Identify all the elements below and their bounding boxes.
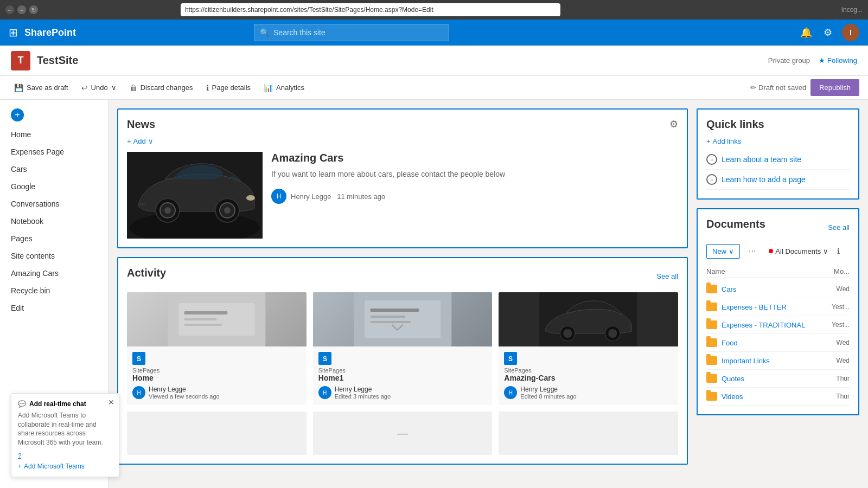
quicklink-label-1: Learn how to add a page (722, 175, 806, 184)
author-name: Henry Legge (291, 192, 331, 201)
undo-button[interactable]: ↩ Undo ∨ (76, 80, 122, 95)
browser-controls: ← → ↻ (5, 5, 38, 14)
activity-placeholder-2: — (313, 412, 493, 455)
topbar-right: 🔔 ⚙ I (799, 24, 859, 41)
quicklink-item-1[interactable]: ○ Learn how to add a page (706, 170, 850, 190)
filter-dot-icon (769, 249, 773, 253)
doc-date-cars: Wed (837, 285, 850, 293)
activity-section: Activity See all (117, 257, 688, 465)
activity-card-home1[interactable]: S SitePages Home1 H Henry Legge Edited 3… (313, 292, 493, 405)
doc-new-label: New (712, 247, 726, 255)
save-icon: 💾 (14, 84, 23, 92)
activity-author-home1: Henry Legge (335, 386, 391, 393)
teams-plus-icon: + (18, 463, 22, 470)
draft-status: ✏ Draft not saved (750, 84, 806, 92)
nav-item-notebook[interactable]: Notebook (0, 213, 108, 230)
activity-type-home: SitePages (132, 367, 301, 374)
activity-image-cars-svg (499, 292, 678, 346)
star-icon: ★ (819, 56, 825, 65)
documents-see-all[interactable]: See all (828, 223, 850, 232)
svg-rect-21 (370, 321, 411, 323)
browser-chrome: ← → ↻ https://citizenbuilders.sharepoint… (0, 0, 868, 20)
search-bar[interactable]: 🔍 Search this site (254, 24, 449, 41)
svg-rect-9 (138, 203, 146, 206)
activity-card-amazing-cars[interactable]: S SitePages Amazing-Cars H Henry Legge E… (499, 292, 678, 405)
activity-card-body-cars: S SitePages Amazing-Cars H Henry Legge E… (499, 346, 678, 405)
nav-item-site-contents[interactable]: Site contents (0, 247, 108, 265)
svg-text:S: S (137, 355, 141, 363)
add-teams-label: Add Microsoft Teams (24, 463, 85, 470)
doc-name-food: Food (722, 339, 832, 347)
doc-row-food[interactable]: Food Wed (706, 334, 850, 352)
user-avatar[interactable]: I (842, 24, 859, 41)
nav-item-pages[interactable]: Pages (0, 230, 108, 247)
doc-filter[interactable]: All Documents ∨ (764, 245, 833, 258)
discard-button[interactable]: 🗑 Discard changes (124, 80, 199, 95)
add-teams-button[interactable]: + Add Microsoft Teams (18, 463, 112, 470)
republish-button[interactable]: Republish (810, 79, 859, 96)
doc-info-icon[interactable]: ℹ (837, 247, 840, 255)
analytics-button[interactable]: 📊 Analytics (258, 80, 310, 95)
car-illustration (127, 152, 263, 239)
quicklinks-title: Quick links (706, 118, 850, 131)
svg-text:S: S (323, 355, 327, 363)
add-links-button[interactable]: + Add links (706, 137, 850, 145)
doc-filter-label: All Documents (775, 247, 821, 255)
waffle-icon[interactable]: ⊞ (9, 26, 18, 39)
quicklink-item-0[interactable]: ○ Learn about a team site (706, 150, 850, 170)
doc-more-button[interactable]: ··· (744, 243, 760, 259)
back-button[interactable]: ← (5, 5, 14, 14)
nav-item-edit[interactable]: Edit (0, 299, 108, 317)
doc-row-cars[interactable]: Cars Wed (706, 280, 850, 298)
save-draft-button[interactable]: 💾 Save as draft (9, 80, 74, 95)
nav-item-cars[interactable]: Cars (0, 160, 108, 178)
doc-new-button[interactable]: New ∨ (706, 244, 740, 259)
nav-add-button[interactable]: + (11, 108, 24, 121)
svg-point-28 (564, 329, 572, 338)
page-details-button[interactable]: ℹ Page details (201, 80, 257, 95)
add-chevron-icon: ∨ (148, 137, 154, 145)
news-add-button[interactable]: + Add ∨ (127, 137, 678, 145)
news-article-title[interactable]: Amazing Cars (271, 152, 678, 164)
svg-point-4 (164, 207, 171, 214)
following-button[interactable]: ★ Following (819, 56, 857, 65)
save-draft-label: Save as draft (27, 84, 68, 92)
nav-item-home[interactable]: Home (0, 126, 108, 143)
activity-card-home[interactable]: S SitePages Home H Henry Legge Viewed a … (127, 292, 307, 405)
nav-item-expenses[interactable]: Expenses Page (0, 143, 108, 160)
svg-point-7 (224, 207, 231, 214)
doc-date-expenses-better: Yest... (832, 303, 850, 311)
activity-header: Activity See all (127, 267, 678, 286)
news-gear-icon[interactable]: ⚙ (669, 118, 678, 130)
doc-row-videos[interactable]: Videos Thur (706, 388, 850, 406)
activity-card-image-home1 (313, 292, 493, 346)
forward-button[interactable]: → (17, 5, 26, 14)
activity-see-all[interactable]: See all (656, 272, 678, 280)
doc-date-food: Wed (837, 339, 850, 346)
activity-meta-home: H Henry Legge Viewed a few seconds ago (132, 386, 301, 400)
doc-row-quotes[interactable]: Quotes Thur (706, 370, 850, 388)
globe-icon-1: ○ (706, 174, 717, 185)
author-avatar: H (271, 189, 286, 204)
refresh-button[interactable]: ↻ (29, 5, 38, 14)
doc-row-expenses-trad[interactable]: Expenses - TRADITIONAL Yest... (706, 316, 850, 334)
chat-learn-more[interactable]: ? (18, 452, 21, 459)
settings-icon[interactable]: ⚙ (820, 25, 835, 40)
doc-row-expenses-better[interactable]: Expenses - BETTER Yest... (706, 298, 850, 316)
nav-item-amazing-cars[interactable]: Amazing Cars (0, 265, 108, 282)
doc-row-important-links[interactable]: Important Links Wed (706, 352, 850, 370)
folder-icon-videos (706, 392, 717, 401)
nav-item-recycle-bin[interactable]: Recycle bin (0, 282, 108, 299)
news-content: Amazing Cars If you want to learn more a… (271, 152, 678, 239)
doc-name-videos: Videos (722, 393, 832, 401)
activity-title: Activity (127, 267, 166, 279)
activity-avatar-cars: H (504, 386, 517, 399)
notifications-icon[interactable]: 🔔 (799, 25, 814, 40)
chat-title-text: Add real-time chat (29, 400, 86, 408)
discard-icon: 🗑 (130, 84, 137, 92)
sp-topbar: ⊞ SharePoint 🔍 Search this site 🔔 ⚙ I (0, 20, 868, 46)
nav-item-google[interactable]: Google (0, 178, 108, 195)
address-bar[interactable]: https://citizenbuilders.sharepoint.com/s… (181, 3, 560, 16)
chat-close-button[interactable]: ✕ (108, 398, 114, 407)
nav-item-conversations[interactable]: Conversations (0, 195, 108, 213)
